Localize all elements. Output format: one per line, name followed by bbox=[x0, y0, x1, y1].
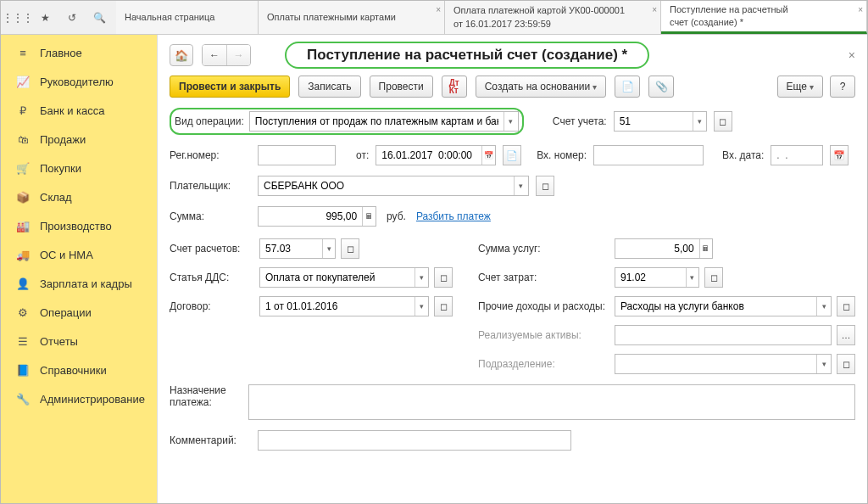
other-inc-field[interactable]: ▾ bbox=[615, 296, 832, 316]
acct-input[interactable] bbox=[615, 112, 693, 131]
sidebar-item-purchases[interactable]: 🛒Покупки bbox=[1, 154, 157, 182]
acct-field[interactable]: ▾ bbox=[614, 111, 707, 132]
date-input[interactable] bbox=[376, 146, 481, 165]
purpose-input[interactable] bbox=[248, 384, 855, 420]
division-field[interactable]: ▾ bbox=[615, 354, 832, 374]
cost-acct-field[interactable]: ▾ bbox=[615, 267, 699, 288]
dds-field[interactable]: ▾ bbox=[259, 267, 429, 288]
division-input[interactable] bbox=[615, 355, 816, 373]
in-date-field[interactable] bbox=[771, 145, 823, 165]
tab-start[interactable]: Начальная страница bbox=[116, 1, 259, 34]
open-button[interactable]: ◻ bbox=[536, 176, 554, 196]
chevron-down-icon[interactable]: ▾ bbox=[514, 176, 528, 195]
main-icon: ≡ bbox=[16, 47, 30, 59]
close-icon[interactable]: × bbox=[858, 4, 863, 16]
sum-field[interactable]: 🖩 bbox=[258, 206, 376, 227]
dtkt-button[interactable]: ДтКт bbox=[442, 76, 467, 98]
close-icon[interactable]: × bbox=[652, 4, 657, 16]
acct-calc-field[interactable]: ▾ bbox=[259, 238, 336, 259]
open-button[interactable]: ◻ bbox=[837, 354, 855, 374]
attach-button[interactable]: 📎 bbox=[648, 76, 674, 98]
forward-button[interactable]: → bbox=[226, 45, 250, 65]
create-on-basis-button[interactable]: Создать на основании bbox=[476, 76, 607, 98]
chevron-down-icon[interactable]: ▾ bbox=[816, 297, 831, 316]
post-and-close-button[interactable]: Провести и закрыть bbox=[170, 76, 290, 98]
open-button[interactable]: ◻ bbox=[704, 267, 723, 288]
op-type-label: Вид операции: bbox=[175, 115, 244, 127]
chevron-down-icon[interactable]: ▾ bbox=[693, 112, 705, 131]
chevron-down-icon[interactable]: ▾ bbox=[504, 112, 518, 131]
op-type-input[interactable] bbox=[250, 112, 504, 131]
other-inc-input[interactable] bbox=[615, 297, 816, 316]
back-button[interactable]: ← bbox=[203, 45, 226, 65]
in-date-input[interactable] bbox=[771, 146, 822, 165]
sidebar-item-directories[interactable]: 📘Справочники bbox=[1, 356, 157, 384]
calendar-button[interactable]: 📅 bbox=[830, 145, 849, 165]
open-button[interactable]: ◻ bbox=[434, 267, 453, 288]
save-button[interactable]: Записать bbox=[298, 76, 360, 98]
tab-receipt-create[interactable]: Поступление на расчетныйсчет (создание) … bbox=[661, 1, 867, 34]
sidebar-item-main[interactable]: ≡Главное bbox=[1, 38, 157, 67]
contract-field[interactable]: ▾ bbox=[259, 296, 429, 316]
tab-card-payments[interactable]: Оплаты платежными картами× bbox=[259, 1, 445, 34]
sidebar-item-manager[interactable]: 📈Руководителю bbox=[1, 67, 157, 96]
regno-input[interactable] bbox=[259, 146, 335, 165]
close-form-button[interactable]: × bbox=[849, 48, 855, 62]
assets-field[interactable] bbox=[615, 325, 832, 345]
toolbar: Провести и закрыть Записать Провести ДтК… bbox=[170, 76, 855, 98]
regno-field[interactable] bbox=[258, 145, 336, 165]
calc-icon[interactable]: 🖩 bbox=[699, 239, 712, 258]
comment-input[interactable] bbox=[259, 431, 570, 450]
home-button[interactable]: 🏠 bbox=[170, 44, 193, 66]
op-type-field[interactable]: ▾ bbox=[249, 111, 519, 132]
acct-calc-input[interactable] bbox=[260, 239, 322, 258]
apps-icon[interactable]: ⋮⋮⋮ bbox=[9, 9, 26, 26]
sidebar-item-sales[interactable]: 🛍Продажи bbox=[1, 125, 157, 154]
sidebar-item-reports[interactable]: ☰Отчеты bbox=[1, 327, 157, 356]
service-sum-input[interactable] bbox=[615, 239, 699, 258]
assets-input[interactable] bbox=[615, 326, 831, 344]
star-icon[interactable]: ★ bbox=[36, 9, 53, 26]
close-icon[interactable]: × bbox=[436, 4, 441, 16]
service-sum-field[interactable]: 🖩 bbox=[615, 238, 713, 259]
in-no-input[interactable] bbox=[594, 146, 703, 165]
doc-icon-button[interactable]: 📄 bbox=[615, 76, 640, 98]
calendar-icon[interactable]: 📅 bbox=[481, 146, 495, 165]
sidebar-item-operations[interactable]: ⚙Операции bbox=[1, 298, 157, 327]
sidebar-item-warehouse[interactable]: 📦Склад bbox=[1, 182, 157, 211]
doc-icon[interactable]: 📄 bbox=[503, 145, 521, 165]
history-icon[interactable]: ↺ bbox=[64, 9, 81, 26]
open-button[interactable]: ◻ bbox=[714, 111, 732, 132]
calc-icon[interactable]: 🖩 bbox=[362, 207, 376, 226]
ellipsis-button[interactable]: … bbox=[837, 325, 855, 345]
sidebar-item-bank[interactable]: ₽Банк и касса bbox=[1, 96, 157, 125]
cost-acct-label: Счет затрат: bbox=[478, 272, 609, 283]
post-button[interactable]: Провести bbox=[370, 76, 433, 98]
chevron-down-icon[interactable]: ▾ bbox=[415, 297, 429, 316]
sidebar-item-production[interactable]: 🏭Производство bbox=[1, 211, 157, 240]
chevron-down-icon[interactable]: ▾ bbox=[415, 268, 429, 287]
split-payment-link[interactable]: Разбить платеж bbox=[416, 210, 491, 222]
in-no-field[interactable] bbox=[593, 145, 704, 165]
payer-input[interactable] bbox=[259, 176, 514, 195]
more-button[interactable]: Еще bbox=[777, 76, 823, 98]
chevron-down-icon[interactable]: ▾ bbox=[686, 268, 698, 287]
dds-input[interactable] bbox=[260, 268, 415, 287]
tab-card-payment-doc[interactable]: Оплата платежной картой УК00-000001от 16… bbox=[445, 1, 661, 34]
chevron-down-icon[interactable]: ▾ bbox=[322, 239, 335, 258]
help-button[interactable]: ? bbox=[830, 76, 855, 98]
open-button[interactable]: ◻ bbox=[434, 296, 453, 316]
sum-input[interactable] bbox=[259, 207, 362, 226]
chevron-down-icon[interactable]: ▾ bbox=[816, 355, 831, 373]
open-button[interactable]: ◻ bbox=[837, 296, 855, 316]
contract-input[interactable] bbox=[260, 297, 415, 316]
sidebar-item-assets[interactable]: 🚚ОС и НМА bbox=[1, 240, 157, 269]
open-button[interactable]: ◻ bbox=[341, 238, 359, 259]
comment-field[interactable] bbox=[258, 430, 571, 451]
sidebar-item-payroll[interactable]: 👤Зарплата и кадры bbox=[1, 269, 157, 298]
payer-field[interactable]: ▾ bbox=[258, 176, 529, 196]
cost-acct-input[interactable] bbox=[615, 268, 686, 287]
sidebar-item-admin[interactable]: 🔧Администрирование bbox=[1, 384, 157, 413]
date-field[interactable]: 📅 bbox=[376, 145, 496, 165]
search-icon[interactable]: 🔍 bbox=[91, 9, 108, 26]
